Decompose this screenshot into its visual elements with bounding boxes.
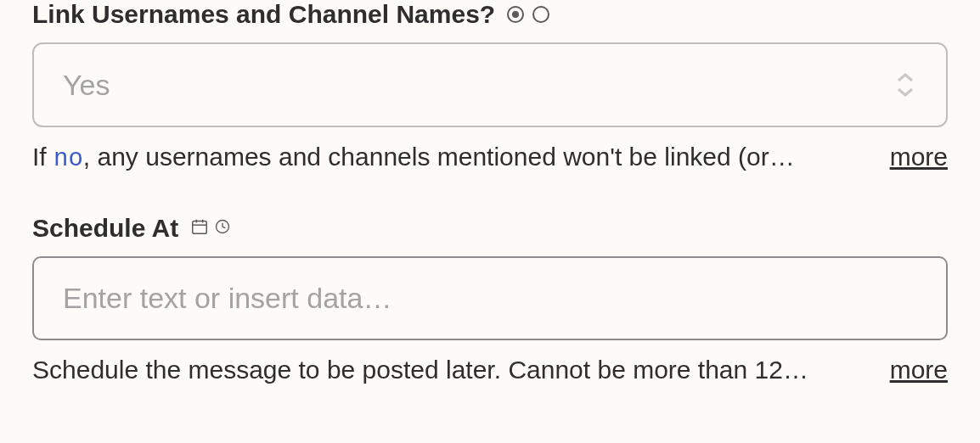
schedule-at-icons <box>190 217 231 239</box>
schedule-at-input[interactable] <box>32 256 948 340</box>
schedule-at-help-row: Schedule the message to be posted later.… <box>32 356 948 384</box>
schedule-at-label: Schedule At <box>32 214 178 243</box>
radio-option-unselected[interactable] <box>532 6 549 23</box>
link-usernames-select[interactable]: Yes <box>32 42 948 127</box>
svg-rect-0 <box>193 222 207 234</box>
select-chevrons-icon <box>893 68 917 102</box>
help-code: no <box>54 145 83 173</box>
link-usernames-label-row: Link Usernames and Channel Names? <box>32 0 948 29</box>
schedule-at-label-row: Schedule At <box>32 214 948 243</box>
link-usernames-label: Link Usernames and Channel Names? <box>32 0 495 29</box>
link-usernames-help-text: If no, any usernames and channels mentio… <box>32 143 870 173</box>
clock-icon <box>214 218 231 238</box>
link-usernames-help-row: If no, any usernames and channels mentio… <box>32 143 948 173</box>
help-prefix: If <box>32 143 54 171</box>
link-usernames-radio-group <box>507 6 549 23</box>
radio-option-selected[interactable] <box>507 6 524 23</box>
help-suffix: , any usernames and channels mentioned w… <box>83 143 795 171</box>
calendar-icon <box>190 217 209 239</box>
schedule-at-field: Schedule At Schedule the message to be p… <box>32 214 948 384</box>
link-usernames-more-link[interactable]: more <box>890 143 948 171</box>
link-usernames-select-value: Yes <box>63 69 110 102</box>
link-usernames-field: Link Usernames and Channel Names? Yes If… <box>32 0 948 173</box>
schedule-at-more-link[interactable]: more <box>890 356 948 384</box>
schedule-at-help-text: Schedule the message to be posted later.… <box>32 356 870 384</box>
